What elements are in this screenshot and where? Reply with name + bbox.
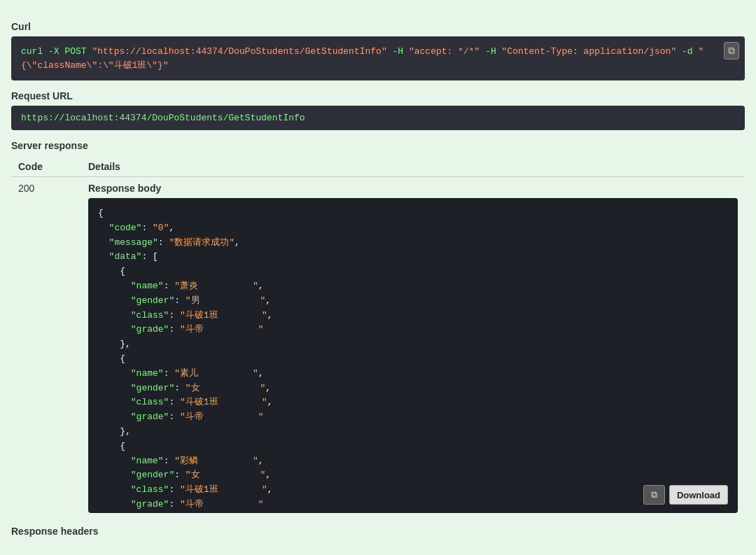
response-table: Code Details 200 Response body { "code":… [11,157,745,519]
request-url-text: https://localhost:44374/DouPoStudents/Ge… [21,113,305,123]
response-headers-label: Response headers [11,526,745,537]
response-body-container: Response body { "code": "0", "message": … [88,183,738,513]
server-response-label: Server response [11,140,745,151]
download-button[interactable]: Download [669,485,728,505]
response-body-label: Response body [88,183,738,194]
curl-label: Curl [11,21,745,32]
request-url-section: Request URL https://localhost:44374/DouP… [11,90,745,130]
curl-section: Curl curl -X POST "https://localhost:443… [11,21,745,80]
response-body-box[interactable]: { "code": "0", "message": "数据请求成功", "dat… [88,198,738,513]
response-copy-button[interactable]: ⧉ [643,485,665,505]
table-row: 200 Response body { "code": "0", "messag… [11,177,745,519]
response-details: Response body { "code": "0", "message": … [81,177,745,519]
response-actions: ⧉ Download [643,485,728,505]
curl-copy-button[interactable]: ⧉ [724,42,739,59]
server-response-section: Server response Code Details 200 Respons… [11,140,745,519]
curl-command-box: curl -X POST "https://localhost:44374/Do… [11,36,745,80]
col-code: Code [11,157,81,177]
request-url-box: https://localhost:44374/DouPoStudents/Ge… [11,106,745,130]
request-url-label: Request URL [11,90,745,101]
response-code: 200 [11,177,81,519]
col-details: Details [81,157,745,177]
curl-command-text: curl -X POST "https://localhost:44374/Do… [21,46,704,71]
